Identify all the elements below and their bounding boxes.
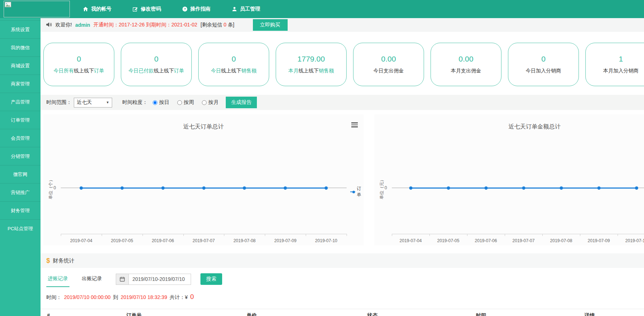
- x-axis-tick: [467, 234, 467, 236]
- x-axis-tick: [306, 234, 306, 236]
- data-point[interactable]: [325, 186, 328, 190]
- nav-item-guide[interactable]: ?操作指南: [182, 6, 211, 12]
- stat-label-part: 今日加入分销商: [526, 68, 561, 73]
- filter-bar: 时间范围： 近七天 ▼ 时间粒度： 按日按周按月 生成报告: [41, 95, 644, 110]
- x-axis-label: 2019-07-08: [228, 238, 261, 243]
- chevron-down-icon: ▼: [106, 101, 109, 104]
- chart-legend[interactable]: 订单: [350, 186, 364, 198]
- stat-label-part: 本月加入分销商: [603, 68, 639, 73]
- x-axis-tick: [542, 234, 543, 236]
- stat-label-part: 本月: [288, 68, 298, 73]
- data-point[interactable]: [560, 186, 563, 190]
- question-icon: ?: [182, 6, 188, 12]
- radio-button[interactable]: [153, 100, 157, 105]
- stat-label: 今日加入分销商: [526, 68, 561, 74]
- stat-label: 今日已付款线上线下订单: [128, 68, 184, 74]
- data-point[interactable]: [284, 186, 287, 190]
- tab-income-records[interactable]: 进账记录: [46, 271, 69, 287]
- sidebar-item-6[interactable]: 会员管理: [0, 129, 41, 147]
- data-point[interactable]: [161, 186, 165, 190]
- x-axis-label: 2019-07-04: [65, 238, 97, 243]
- speaker-icon: [46, 22, 52, 29]
- calendar-icon[interactable]: [116, 274, 129, 285]
- welcome-username: admin: [75, 22, 90, 28]
- buy-now-button[interactable]: 立即购买: [253, 19, 288, 31]
- sidebar-item-8[interactable]: 微官网: [0, 165, 41, 183]
- data-point[interactable]: [243, 186, 246, 190]
- sidebar-item-10[interactable]: 财务管理: [0, 201, 41, 219]
- x-axis-tick: [505, 234, 505, 236]
- edit-icon: [132, 6, 138, 12]
- data-point[interactable]: [447, 186, 450, 190]
- x-axis-label: 2019-07-10: [620, 238, 644, 243]
- chart-menu-icon[interactable]: [351, 122, 358, 128]
- granularity-option[interactable]: 按日: [153, 99, 169, 106]
- sidebar-item-5[interactable]: 订单管理: [0, 111, 41, 129]
- data-point[interactable]: [484, 186, 488, 190]
- sidebar-item-2[interactable]: 商城设置: [0, 56, 41, 75]
- stat-value: 0: [541, 55, 546, 63]
- search-button[interactable]: 搜索: [200, 273, 222, 285]
- sidebar-item-4[interactable]: 产品管理: [0, 93, 41, 111]
- svg-text:?: ?: [184, 7, 186, 11]
- y-axis-tick: 0: [385, 185, 387, 190]
- sidebar-item-1[interactable]: 我的微信: [0, 38, 41, 56]
- data-point[interactable]: [120, 186, 124, 190]
- table-header-cell: 详情: [535, 312, 644, 316]
- x-axis-label: 2019-07-05: [106, 238, 138, 243]
- sidebar-item-9[interactable]: 营销推广: [0, 183, 41, 201]
- stat-label-part: 今日已付款: [128, 68, 154, 73]
- data-point[interactable]: [597, 186, 601, 190]
- total-value: 0: [190, 293, 194, 301]
- radio-button[interactable]: [177, 100, 182, 105]
- nav-item-account[interactable]: 我的帐号: [82, 6, 111, 12]
- stat-card: 0.00本月支出佣金: [431, 43, 501, 86]
- stat-value: 1779.00: [297, 55, 325, 63]
- legend-label: 订单: [357, 186, 364, 198]
- sidebar-item-7[interactable]: 分销管理: [0, 147, 41, 165]
- main-content: 欢迎你! admin 开通时间：2017-12-26 到期时间：2021-01-…: [41, 18, 644, 316]
- stat-label-part: 线上线下: [298, 68, 319, 73]
- chart-title: 近七天订单金额总计: [374, 123, 644, 131]
- data-point[interactable]: [635, 186, 638, 190]
- stat-label: 今日所有线上线下订单: [54, 68, 104, 74]
- sidebar-item-3[interactable]: 商家管理: [0, 75, 41, 93]
- stat-label-part: 订单: [94, 68, 104, 73]
- data-point[interactable]: [522, 186, 525, 190]
- granularity-option-label: 按周: [184, 99, 194, 106]
- x-axis-tick: [392, 234, 392, 236]
- data-point[interactable]: [202, 186, 206, 190]
- time-range-value: 近七天: [77, 99, 92, 106]
- sidebar-item-0[interactable]: 系统设置: [0, 20, 41, 38]
- date-range-group: [116, 274, 191, 285]
- stat-label-part: 销售额: [319, 68, 334, 73]
- dashboard-screen: 我的帐号修改密码?操作指南员工管理 系统设置我的微信商城设置商家管理产品管理订单…: [0, 0, 644, 316]
- charts-row: 近七天订单总计 单位（个） 0 订单 2019-07-042019-07-052…: [41, 110, 644, 245]
- radio-button[interactable]: [202, 100, 207, 105]
- sidebar: 系统设置我的微信商城设置商家管理产品管理订单管理会员管理分销管理微官网营销推广财…: [0, 18, 41, 316]
- home-icon: [82, 6, 89, 12]
- time-range-select[interactable]: 近七天 ▼: [74, 98, 112, 108]
- chart-title: 近七天订单总计: [43, 123, 364, 131]
- table-header-cell: 单价: [185, 312, 318, 316]
- x-axis-label: 2019-07-05: [432, 238, 465, 243]
- tab-outgo-records[interactable]: 出账记录: [80, 271, 103, 287]
- time-from: 2019/07/10 00:00:00: [64, 294, 110, 300]
- broken-image-icon: [5, 2, 11, 9]
- stat-value: 1: [619, 55, 623, 63]
- date-range-input[interactable]: [129, 274, 191, 285]
- granularity-option[interactable]: 按月: [202, 99, 219, 106]
- x-axis-tick: [618, 234, 618, 236]
- x-axis-line: [61, 234, 347, 234]
- chart-panel-orders: 近七天订单总计 单位（个） 0 订单 2019-07-042019-07-052…: [43, 114, 364, 245]
- sms-count: 0: [224, 22, 226, 28]
- granularity-option[interactable]: 按周: [177, 99, 194, 106]
- nav-item-staff[interactable]: 员工管理: [232, 6, 260, 12]
- nav-item-password[interactable]: 修改密码: [132, 6, 161, 12]
- x-axis-label: 2019-07-09: [269, 238, 302, 243]
- data-point[interactable]: [80, 186, 83, 190]
- sidebar-item-11[interactable]: PC站点管理: [0, 219, 41, 237]
- finance-tabs: 进账记录出账记录: [46, 271, 103, 287]
- data-point[interactable]: [409, 186, 412, 190]
- generate-report-button[interactable]: 生成报告: [226, 97, 257, 108]
